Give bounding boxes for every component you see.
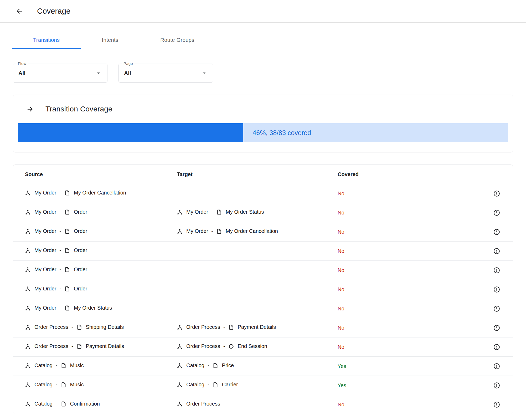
page-icon (64, 248, 70, 253)
error-icon[interactable] (493, 190, 500, 197)
error-icon[interactable] (493, 209, 500, 216)
tabs: Transitions Intents Route Groups (0, 32, 526, 49)
column-header-source: Source (25, 171, 177, 177)
endpoint-separator: - (56, 362, 58, 368)
page-name: Payment Details (86, 343, 124, 349)
info-cell (482, 401, 511, 408)
target-cell: Order Process (177, 401, 329, 408)
page-icon (64, 228, 70, 234)
error-icon[interactable] (493, 324, 500, 331)
page-filter-label: Page (122, 61, 135, 66)
error-icon[interactable] (493, 305, 500, 312)
info-cell (482, 286, 511, 293)
table-row: My Order - My Order Cancellation No (13, 184, 513, 203)
target-cell: Catalog - Carrier (177, 382, 329, 389)
covered-cell: Yes (329, 363, 482, 369)
endpoint: Catalog - Confirmation (25, 401, 100, 407)
covered-cell: No (329, 286, 482, 293)
flow-name: My Order (186, 209, 208, 215)
source-cell: My Order - Order (25, 209, 177, 216)
endpoint: My Order - Order (25, 247, 87, 253)
flow-icon (177, 209, 183, 215)
tab-transitions[interactable]: Transitions (12, 32, 81, 49)
error-icon[interactable] (493, 382, 500, 389)
filters: Flow All Page All (0, 64, 526, 83)
source-cell: My Order - Order (25, 228, 177, 235)
table-row: My Order - Order No (13, 260, 513, 280)
page-icon (228, 324, 234, 330)
source-cell: Catalog - Confirmation (25, 401, 177, 408)
card-title: Transition Coverage (45, 105, 112, 113)
info-cell (482, 324, 511, 331)
covered-value: No (338, 344, 344, 350)
source-cell: Catalog - Music (25, 362, 177, 370)
endpoint: Catalog - Carrier (177, 382, 238, 388)
table-row: My Order - My Order Status No (13, 299, 513, 318)
error-icon[interactable] (493, 344, 500, 351)
covered-value: Yes (338, 363, 346, 369)
flow-icon (177, 401, 183, 407)
endpoint-separator: - (71, 343, 73, 349)
target-cell: Catalog - Price (177, 362, 329, 370)
page-name: My Order Status (226, 209, 264, 215)
source-cell: Order Process - Shipping Details (25, 324, 177, 331)
info-cell (482, 209, 511, 216)
page-icon (76, 324, 82, 330)
endpoint: Catalog - Music (25, 382, 84, 388)
page-title: Coverage (37, 7, 70, 16)
table-row: My Order - Order My Order - (13, 203, 513, 222)
endpoint: Catalog - Price (177, 362, 234, 368)
error-icon[interactable] (493, 248, 500, 255)
page-filter-select[interactable]: Page All (118, 64, 213, 83)
endpoint-separator: - (211, 209, 213, 215)
flow-name: Order Process (186, 401, 220, 407)
page-filter-value: All (124, 70, 131, 76)
tab-route-groups[interactable]: Route Groups (139, 32, 215, 49)
tab-intents[interactable]: Intents (81, 32, 139, 49)
error-icon[interactable] (493, 401, 500, 408)
endpoint-separator: - (59, 247, 61, 253)
source-cell: My Order - Order (25, 247, 177, 255)
flow-icon (177, 363, 183, 368)
error-icon[interactable] (493, 363, 500, 370)
chevron-down-icon (201, 70, 208, 76)
covered-cell: No (329, 402, 482, 408)
flow-filter-select[interactable]: Flow All (13, 64, 107, 83)
covered-value: No (338, 210, 344, 216)
flow-icon (177, 228, 183, 234)
page-name: Order (74, 267, 87, 273)
end-session-icon (228, 344, 234, 349)
page-name: Order (74, 209, 87, 215)
table-header: Source Target Covered (13, 165, 513, 184)
error-icon[interactable] (493, 267, 500, 274)
coverage-progress-label: 46%, 38/83 covered (252, 123, 311, 142)
flow-name: My Order (34, 267, 56, 273)
endpoint: My Order - My Order Status (25, 305, 112, 311)
flow-name: Order Process (186, 324, 220, 330)
chevron-down-icon (95, 70, 102, 76)
coverage-progress-bar: 46%, 38/83 covered (18, 123, 508, 142)
page-icon (213, 382, 218, 388)
flow-icon (25, 228, 31, 234)
back-button[interactable] (13, 5, 25, 18)
flow-name: Catalog (34, 382, 53, 388)
error-icon[interactable] (493, 228, 500, 235)
page-name: Carrier (222, 382, 238, 388)
flow-name: My Order (34, 228, 56, 234)
page-icon (76, 344, 82, 349)
error-icon[interactable] (493, 286, 500, 293)
endpoint-separator: - (59, 267, 61, 273)
page-name: Music (70, 382, 84, 388)
info-cell (482, 344, 511, 351)
flow-name: My Order (34, 305, 56, 311)
table-row: Order Process - Payment Details Or (13, 337, 513, 356)
source-cell: My Order - My Order Cancellation (25, 190, 177, 197)
flow-filter-value: All (18, 70, 25, 76)
covered-value: No (338, 306, 344, 311)
info-cell (482, 248, 511, 255)
page-icon (61, 363, 66, 368)
flow-name: My Order (186, 228, 208, 234)
page-name: Payment Details (238, 324, 276, 330)
tab-label: Intents (102, 37, 118, 43)
endpoint-separator: - (59, 190, 61, 196)
